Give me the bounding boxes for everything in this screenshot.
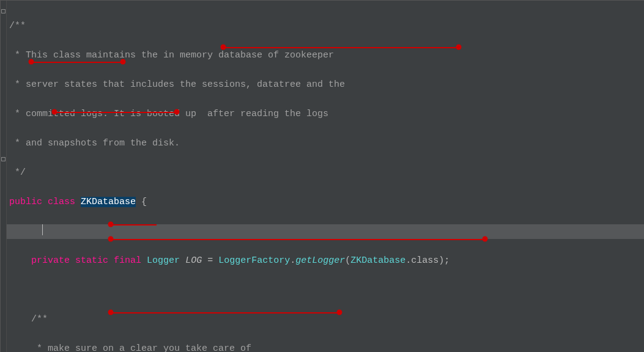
code-line: /** <box>7 19 644 34</box>
code-line: * and snapshots from the disk. <box>7 136 644 151</box>
annotation-underline <box>111 312 339 314</box>
annotation-dot-icon <box>456 45 462 50</box>
annotation-dot-icon <box>52 109 57 115</box>
annotation-dot-icon <box>174 109 180 115</box>
editor-gutter <box>1 1 7 352</box>
annotation-dot-icon <box>337 310 342 315</box>
annotation-underline <box>54 112 177 113</box>
text-caret <box>42 224 43 235</box>
annotation-dot-icon <box>120 59 126 65</box>
code-line: /** <box>7 312 644 327</box>
annotation-dot-icon <box>221 45 226 50</box>
caret-line <box>7 224 644 239</box>
fold-marker-icon[interactable] <box>1 9 6 13</box>
annotation-dot-icon <box>108 237 114 242</box>
annotation-underline <box>111 239 485 240</box>
annotation-dot-icon <box>108 222 114 227</box>
annotation-underline <box>223 47 459 48</box>
annotation-underline <box>111 224 157 226</box>
code-line: * committed logs. It is booted up after … <box>7 107 644 122</box>
annotation-dot-icon <box>29 59 34 65</box>
code-line: * make sure on a clear you take care of <box>7 342 644 352</box>
code-line: * server states that includes the sessio… <box>7 78 644 92</box>
code-editor[interactable]: /** * This class maintains the in memory… <box>7 4 644 352</box>
blank-line <box>7 283 644 298</box>
class-declaration: public class ZKDatabase { <box>7 195 644 210</box>
field-declaration: private static final Logger LOG = Logger… <box>7 254 644 268</box>
fold-marker-icon[interactable] <box>1 157 6 161</box>
annotation-dot-icon <box>108 310 114 315</box>
annotation-underline <box>31 62 123 63</box>
code-line: */ <box>7 166 644 180</box>
annotation-dot-icon <box>483 237 488 242</box>
code-line: * This class maintains the in memory dat… <box>7 48 644 63</box>
